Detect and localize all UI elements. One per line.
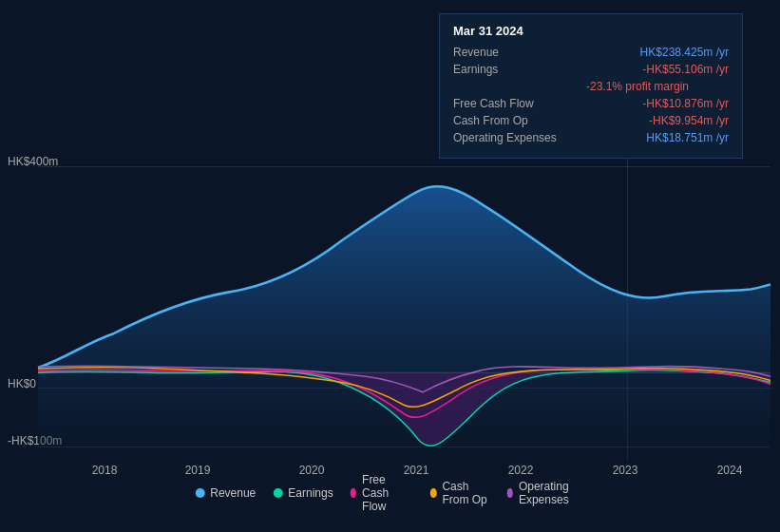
- tooltip-profit-margin-row: -23.1% profit margin: [453, 80, 729, 93]
- legend-label-cashfromop: Cash From Op: [442, 480, 489, 506]
- x-label-2018: 2018: [92, 464, 118, 477]
- tooltip-opex-value: HK$18.751m /yr: [646, 131, 729, 144]
- tooltip-cashfromop-label: Cash From Op: [453, 114, 586, 127]
- tooltip-fcf-row: Free Cash Flow -HK$10.876m /yr: [453, 97, 729, 110]
- chart-svg: [38, 147, 770, 461]
- legend-item-fcf[interactable]: Free Cash Flow: [351, 473, 413, 513]
- legend-dot-earnings: [273, 488, 282, 498]
- legend-dot-revenue: [195, 488, 204, 498]
- legend-item-opex[interactable]: Operating Expenses: [507, 480, 585, 506]
- legend-item-earnings[interactable]: Earnings: [273, 486, 333, 500]
- tooltip-cashfromop-value: -HK$9.954m /yr: [649, 114, 729, 127]
- legend-label-earnings: Earnings: [288, 486, 333, 500]
- legend-label-opex: Operating Expenses: [519, 480, 585, 506]
- x-label-2024: 2024: [717, 464, 743, 477]
- legend-label-revenue: Revenue: [210, 486, 256, 500]
- chart-area: [38, 147, 770, 461]
- y-label-0: HK$0: [8, 377, 36, 390]
- legend-item-cashfromop[interactable]: Cash From Op: [430, 480, 489, 506]
- tooltip-revenue-row: Revenue HK$238.425m /yr: [453, 46, 729, 59]
- legend-dot-cashfromop: [430, 488, 436, 498]
- tooltip-earnings-row: Earnings -HK$55.106m /yr: [453, 63, 729, 76]
- tooltip-earnings-value: -HK$55.106m /yr: [642, 63, 729, 76]
- tooltip-fcf-value: -HK$10.876m /yr: [642, 97, 729, 110]
- x-label-2023: 2023: [613, 464, 638, 477]
- legend-dot-fcf: [351, 488, 356, 498]
- tooltip-title: Mar 31 2024: [453, 24, 729, 38]
- legend-label-fcf: Free Cash Flow: [362, 473, 413, 513]
- tooltip-revenue-label: Revenue: [453, 46, 586, 59]
- tooltip-profit-margin-value: -23.1% profit margin: [586, 80, 689, 93]
- tooltip-fcf-label: Free Cash Flow: [453, 97, 586, 110]
- tooltip-earnings-label: Earnings: [453, 63, 586, 76]
- chart-container: Mar 31 2024 Revenue HK$238.425m /yr Earn…: [0, 0, 780, 532]
- tooltip-cashfromop-row: Cash From Op -HK$9.954m /yr: [453, 114, 729, 127]
- legend-item-revenue[interactable]: Revenue: [195, 486, 256, 500]
- legend: Revenue Earnings Free Cash Flow Cash Fro…: [195, 473, 585, 513]
- legend-dot-opex: [507, 488, 513, 498]
- tooltip-box: Mar 31 2024 Revenue HK$238.425m /yr Earn…: [439, 13, 743, 159]
- tooltip-revenue-value: HK$238.425m /yr: [640, 46, 729, 59]
- tooltip-opex-row: Operating Expenses HK$18.751m /yr: [453, 131, 729, 144]
- tooltip-opex-label: Operating Expenses: [453, 131, 586, 144]
